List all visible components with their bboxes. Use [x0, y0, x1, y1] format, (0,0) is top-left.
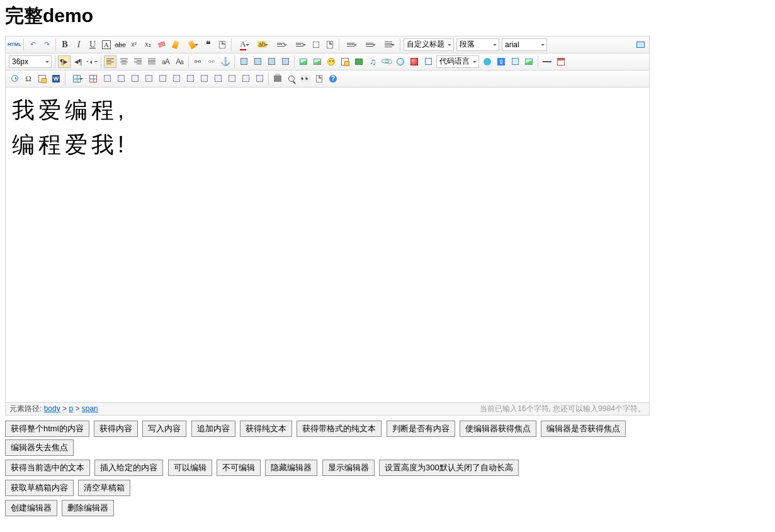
undo-button[interactable]: ↶	[26, 38, 39, 51]
searchreplace-button[interactable]: 👀	[299, 72, 312, 85]
mergedown-button[interactable]	[198, 72, 210, 85]
charts-button[interactable]	[253, 72, 266, 85]
fontsize-select[interactable]: 36px	[9, 55, 52, 68]
imagecenter-button[interactable]	[279, 55, 291, 68]
time-button[interactable]	[8, 72, 21, 85]
splittorows-button[interactable]	[225, 72, 238, 85]
autotypeset-button[interactable]	[183, 38, 201, 51]
attachment-button[interactable]: 📎	[380, 55, 393, 68]
spechars-button[interactable]: Ω	[22, 72, 35, 85]
horizontal-button[interactable]	[541, 55, 553, 68]
get-plaintext-button[interactable]: 获得纯文本	[240, 421, 292, 437]
is-focused-button[interactable]: 编辑器是否获得焦点	[541, 421, 626, 437]
imageleft-button[interactable]	[251, 55, 264, 68]
splittocells-button[interactable]	[212, 72, 224, 85]
justifycenter-button[interactable]	[118, 55, 130, 68]
get-all-html-button[interactable]: 获得整个html的内容	[5, 421, 89, 437]
paragraph-select[interactable]: 段落	[456, 38, 499, 51]
imagenone-button[interactable]	[237, 55, 250, 68]
justifyright-button[interactable]	[132, 55, 144, 68]
imageright-button[interactable]	[265, 55, 278, 68]
forecolor-button[interactable]: A	[234, 38, 252, 51]
indent-button[interactable]	[86, 55, 98, 68]
music-button[interactable]: ♫	[366, 55, 379, 68]
deletetable-button[interactable]	[87, 72, 99, 85]
formatmatch-button[interactable]	[169, 38, 182, 51]
gmap-button[interactable]	[408, 55, 421, 68]
removeformat-button[interactable]	[156, 38, 168, 51]
tolowercase-button[interactable]: Aa	[173, 55, 186, 68]
focus-editor-button[interactable]: 使编辑器获得焦点	[460, 421, 536, 437]
background-button[interactable]	[523, 55, 535, 68]
insertcol-button[interactable]	[142, 72, 155, 85]
preview-button[interactable]	[285, 72, 298, 85]
get-selected-text-button[interactable]: 获得当前选中的文本	[5, 460, 90, 476]
path-body-link[interactable]: body	[44, 404, 60, 413]
selectall-button[interactable]	[310, 38, 322, 51]
fullscreen-button[interactable]	[634, 38, 647, 51]
template-button[interactable]	[509, 55, 521, 68]
set-disabled-button[interactable]: 不可编辑	[217, 460, 261, 476]
create-editor-button[interactable]: 创建编辑器	[5, 500, 57, 516]
insertvideo-button[interactable]	[353, 55, 365, 68]
pasteplain-button[interactable]	[216, 38, 229, 51]
map-button[interactable]	[394, 55, 407, 68]
insertframe-button[interactable]	[422, 55, 434, 68]
set-height-button[interactable]: 设置高度为300默认关闭了自动长高	[379, 460, 519, 476]
help-button[interactable]: ?	[327, 72, 339, 85]
insertunorderedlist-button[interactable]	[291, 38, 308, 51]
redo-button[interactable]: ↷	[40, 38, 53, 51]
set-content-button[interactable]: 写入内容	[142, 421, 186, 437]
show-editor-button[interactable]: 显示编辑器	[322, 460, 375, 476]
deletecol-button[interactable]	[156, 72, 169, 85]
emotion-button[interactable]	[325, 55, 337, 68]
append-content-button[interactable]: 追加内容	[191, 421, 235, 437]
cleardoc-button[interactable]	[324, 38, 336, 51]
backcolor-button[interactable]: ab	[253, 38, 271, 51]
path-span-link[interactable]: span	[82, 404, 98, 413]
date-button[interactable]	[555, 55, 567, 68]
simpleupload-button[interactable]	[297, 55, 310, 68]
set-enabled-button[interactable]: 可以编辑	[168, 460, 212, 476]
has-content-button[interactable]: 判断是否有内容	[387, 421, 455, 437]
wordimage-button[interactable]: W	[50, 72, 62, 85]
splittocols-button[interactable]	[239, 72, 252, 85]
insertparagraphbeforetable-button[interactable]	[101, 72, 113, 85]
scrawl-button[interactable]	[339, 55, 351, 68]
fontfamily-select[interactable]: arial	[502, 38, 547, 51]
clear-local-data-button[interactable]: 清空草稿箱	[78, 480, 130, 496]
drafts-button[interactable]	[313, 72, 325, 85]
customstyle-select[interactable]: 自定义标题	[404, 38, 454, 51]
insert-html-button[interactable]: 插入给定的内容	[94, 460, 163, 476]
blur-editor-button[interactable]: 编辑器失去焦点	[5, 439, 74, 456]
touppercase-button[interactable]: aA	[159, 55, 172, 68]
bold-button[interactable]: B	[59, 38, 71, 51]
webapp-button[interactable]	[481, 55, 494, 68]
anchor-button[interactable]: ⚓	[219, 55, 232, 68]
mergecells-button[interactable]	[170, 72, 183, 85]
get-content-button[interactable]: 获得内容	[94, 421, 138, 437]
fontborder-button[interactable]: A	[100, 38, 113, 51]
delete-editor-button[interactable]: 删除编辑器	[62, 500, 114, 516]
insertimage-button[interactable]	[311, 55, 324, 68]
strikethrough-button[interactable]: abc	[114, 38, 127, 51]
blockquote-button[interactable]: ❝	[202, 38, 215, 51]
insertorderedlist-button[interactable]	[272, 38, 290, 51]
justifyjustify-button[interactable]	[145, 55, 158, 68]
hide-editor-button[interactable]: 隐藏编辑器	[265, 460, 317, 476]
source-button[interactable]: HTML	[8, 38, 21, 51]
get-formatted-text-button[interactable]: 获得带格式的纯文本	[297, 421, 382, 437]
link-button[interactable]: ⚯	[191, 55, 204, 68]
print-button[interactable]	[271, 72, 284, 85]
snapscreen-button[interactable]	[36, 72, 48, 85]
directionalityltr-button[interactable]: ¶▸	[58, 55, 71, 68]
underline-button[interactable]: U	[86, 38, 99, 51]
superscript-button[interactable]: x²	[128, 38, 140, 51]
unlink-button[interactable]: ⚯	[205, 55, 218, 68]
justifyleft-button[interactable]	[104, 55, 116, 68]
lineheight-button[interactable]	[380, 38, 397, 51]
editor-content-area[interactable]: 我爱编程, 编程爱我!	[6, 88, 649, 402]
deleterow-button[interactable]	[128, 72, 141, 85]
insertrow-button[interactable]	[115, 72, 127, 85]
italic-button[interactable]: I	[72, 38, 85, 51]
